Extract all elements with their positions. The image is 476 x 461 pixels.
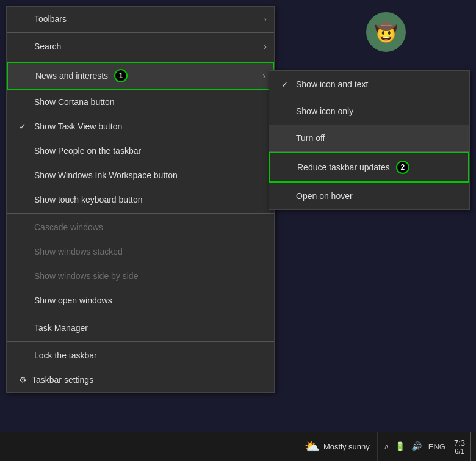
toolbars-label: Toolbars <box>34 14 67 24</box>
submenu-item-reduce[interactable]: Reduce taskbar updates 2 <box>269 152 469 183</box>
submenu-item-turnoff[interactable]: Turn off <box>269 125 469 151</box>
avatar-area: 🤠 <box>366 12 415 61</box>
menu-item-lock[interactable]: Lock the taskbar <box>7 343 274 368</box>
touch-label: Show touch keyboard button <box>34 195 142 205</box>
divider-2 <box>7 60 274 60</box>
cortana-label: Show Cortana button <box>34 97 115 107</box>
check-icon-text: ✓ <box>281 79 296 89</box>
arrow-news: › <box>262 71 265 81</box>
divider-3 <box>7 213 274 214</box>
taskbar-chevron-icon[interactable]: ∧ <box>381 442 392 451</box>
desktop: 🤠 Toolbars › Search › News and interests… <box>0 0 476 461</box>
taskbar-date: 6/1 <box>455 448 464 455</box>
divider-4 <box>7 314 274 314</box>
taskbar-time: 7:3 <box>454 438 465 448</box>
weather-text: Mostly sunny <box>323 442 370 451</box>
submenu-item-hover[interactable]: Open on hover <box>269 183 469 209</box>
reduce-label: Reduce taskbar updates <box>297 162 390 172</box>
context-menu: Toolbars › Search › News and interests 1… <box>6 6 275 393</box>
menu-item-settings[interactable]: ⚙ Taskbar settings <box>7 368 274 392</box>
gear-icon: ⚙ <box>19 375 27 385</box>
taskbar-volume-icon[interactable]: 🔊 <box>408 441 425 451</box>
menu-item-stacked: Show windows stacked <box>7 239 274 264</box>
menu-item-cascade: Cascade windows <box>7 215 274 239</box>
taskbar-clock[interactable]: 7:3 6/1 <box>449 432 470 461</box>
icon-text-label: Show icon and text <box>296 79 368 89</box>
divider-1 <box>7 32 274 33</box>
submenu-item-icon-text[interactable]: ✓ Show icon and text <box>269 71 469 98</box>
ink-label: Show Windows Ink Workspace button <box>34 170 178 180</box>
check-taskview: ✓ <box>19 122 31 131</box>
menu-item-search[interactable]: Search › <box>7 34 274 59</box>
divider-5 <box>7 341 274 342</box>
avatar-emoji: 🤠 <box>375 21 397 43</box>
cascade-label: Cascade windows <box>34 222 103 232</box>
weather-icon: ⛅ <box>305 439 320 454</box>
taskbar-system: ∧ 🔋 🔊 ENG 7:3 6/1 <box>378 432 476 461</box>
arrow-toolbars: › <box>264 14 267 24</box>
menu-item-news[interactable]: News and interests 1 › <box>7 62 274 90</box>
show-desktop-button[interactable] <box>470 432 472 461</box>
icon-only-label: Show icon only <box>296 106 353 116</box>
submenu: ✓ Show icon and text Show icon only Turn… <box>269 70 470 210</box>
arrow-search: › <box>264 42 267 51</box>
taskbar: ⛅ Mostly sunny ∧ 🔋 🔊 ENG 7:3 6/1 <box>0 432 476 461</box>
side-label: Show windows side by side <box>34 271 138 281</box>
taskbar-language[interactable]: ENG <box>425 442 449 451</box>
avatar: 🤠 <box>366 12 406 52</box>
hover-label: Open on hover <box>296 191 353 201</box>
open-label: Show open windows <box>34 296 112 305</box>
reduce-badge: 2 <box>396 161 409 174</box>
menu-item-touch[interactable]: Show touch keyboard button <box>7 187 274 212</box>
menu-item-taskview[interactable]: ✓ Show Task View button <box>7 114 274 139</box>
menu-item-people[interactable]: Show People on the taskbar <box>7 139 274 163</box>
taskbar-battery-icon[interactable]: 🔋 <box>392 441 408 451</box>
taskview-label: Show Task View button <box>34 122 122 131</box>
menu-item-openwindows[interactable]: Show open windows <box>7 288 274 313</box>
menu-item-toolbars[interactable]: Toolbars › <box>7 7 274 31</box>
news-label: News and interests <box>35 71 108 81</box>
taskmanager-label: Task Manager <box>34 323 88 333</box>
lock-label: Lock the taskbar <box>34 350 97 360</box>
stacked-label: Show windows stacked <box>34 247 123 256</box>
turnoff-label: Turn off <box>296 133 325 143</box>
submenu-item-icon-only[interactable]: Show icon only <box>269 98 469 125</box>
people-label: Show People on the taskbar <box>34 146 141 156</box>
search-label: Search <box>34 42 61 51</box>
news-badge: 1 <box>114 69 128 82</box>
menu-item-sidebyside: Show windows side by side <box>7 264 274 288</box>
menu-item-inkworkspace[interactable]: Show Windows Ink Workspace button <box>7 163 274 187</box>
settings-label: Taskbar settings <box>32 375 93 385</box>
taskbar-weather[interactable]: ⛅ Mostly sunny <box>297 432 378 461</box>
menu-item-taskmanager[interactable]: Task Manager <box>7 316 274 340</box>
menu-item-cortana[interactable]: Show Cortana button <box>7 90 274 114</box>
